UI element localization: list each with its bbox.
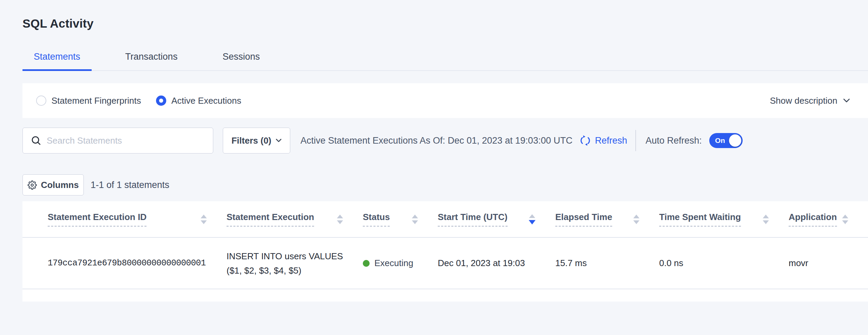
column-header-status[interactable]: Status <box>363 212 438 227</box>
auto-refresh-toggle[interactable]: On <box>709 133 743 148</box>
chevron-down-icon <box>843 98 850 103</box>
radio-unselected-icon[interactable] <box>36 96 46 106</box>
columns-button[interactable]: Columns <box>22 174 84 195</box>
table-row: 179cca7921e679b80000000000000001 INSERT … <box>22 238 868 289</box>
statements-table-card: Statement Execution ID Statement Executi… <box>22 201 868 302</box>
cell-execution-id: 179cca7921e679b80000000000000001 <box>48 258 227 268</box>
column-header-elapsed-time[interactable]: Elapsed Time <box>555 212 659 227</box>
search-icon <box>31 135 41 146</box>
refresh-icon <box>579 134 591 147</box>
sort-icon[interactable] <box>633 215 639 224</box>
tab-bar: Statements Transactions Sessions <box>22 52 868 71</box>
show-description-label: Show description <box>770 96 837 106</box>
radio-active-executions[interactable]: Active Executions <box>156 96 241 106</box>
chevron-down-icon <box>276 139 282 143</box>
vertical-divider <box>635 130 636 151</box>
sort-icon[interactable] <box>201 215 207 224</box>
sort-icon[interactable] <box>763 215 769 224</box>
tab-sessions[interactable]: Sessions <box>211 52 271 70</box>
sort-icon[interactable] <box>412 215 418 224</box>
status-dot-icon <box>363 260 370 267</box>
as-of-timestamp: Active Statement Executions As Of: Dec 0… <box>300 135 572 146</box>
refresh-label: Refresh <box>595 135 627 146</box>
cell-statement-link[interactable]: INSERT INTO users VALUES ($1, $2, $3, $4… <box>227 249 363 278</box>
page-title: SQL Activity <box>22 0 868 30</box>
table-header-row: Statement Execution ID Statement Executi… <box>22 201 868 238</box>
column-header-statement-execution[interactable]: Statement Execution <box>227 212 363 227</box>
sort-icon[interactable] <box>842 215 848 224</box>
search-input[interactable] <box>47 135 213 146</box>
show-description-toggle[interactable]: Show description <box>770 96 850 106</box>
cell-start-time: Dec 01, 2023 at 19:03 <box>438 258 555 268</box>
filters-button[interactable]: Filters (0) <box>223 128 290 154</box>
refresh-button[interactable]: Refresh <box>579 134 627 147</box>
sort-icon[interactable] <box>337 215 343 224</box>
column-header-time-spent-waiting[interactable]: Time Spent Waiting <box>659 212 789 227</box>
result-count: 1-1 of 1 statements <box>91 180 169 190</box>
column-header-statement-execution-id[interactable]: Statement Execution ID <box>48 212 227 227</box>
tab-statements[interactable]: Statements <box>22 52 92 71</box>
cell-time-spent-waiting: 0.0 ns <box>659 258 789 268</box>
controls-row: Filters (0) Active Statement Executions … <box>22 128 868 154</box>
sort-icon-desc-active[interactable] <box>529 214 536 224</box>
status-label: Executing <box>374 258 413 268</box>
view-mode-card: Statement Fingerprints Active Executions… <box>22 83 868 118</box>
statement-line: ($1, $2, $3, $4, $5) <box>227 263 363 278</box>
auto-refresh-label: Auto Refresh: <box>646 135 702 146</box>
filters-label: Filters (0) <box>231 135 271 146</box>
search-box[interactable] <box>22 128 213 154</box>
tab-transactions[interactable]: Transactions <box>114 52 189 70</box>
column-header-start-time[interactable]: Start Time (UTC) <box>438 212 555 227</box>
toggle-state-label: On <box>715 136 725 145</box>
table-toolbar: Columns 1-1 of 1 statements <box>22 174 868 195</box>
cell-application: movr <box>789 258 868 268</box>
columns-button-label: Columns <box>41 180 79 190</box>
cell-elapsed-time: 15.7 ms <box>555 258 659 268</box>
radio-selected-icon[interactable] <box>156 96 166 106</box>
radio-label: Active Executions <box>171 96 241 106</box>
column-header-application[interactable]: Application <box>789 212 868 227</box>
radio-statement-fingerprints[interactable]: Statement Fingerprints <box>36 96 141 106</box>
toggle-knob[interactable] <box>729 134 741 147</box>
statement-line: INSERT INTO users VALUES <box>227 249 363 263</box>
sql-activity-page: SQL Activity Statements Transactions Ses… <box>0 0 868 302</box>
cell-status: Executing <box>363 258 438 268</box>
radio-label: Statement Fingerprints <box>51 96 141 106</box>
gear-icon <box>28 180 37 190</box>
